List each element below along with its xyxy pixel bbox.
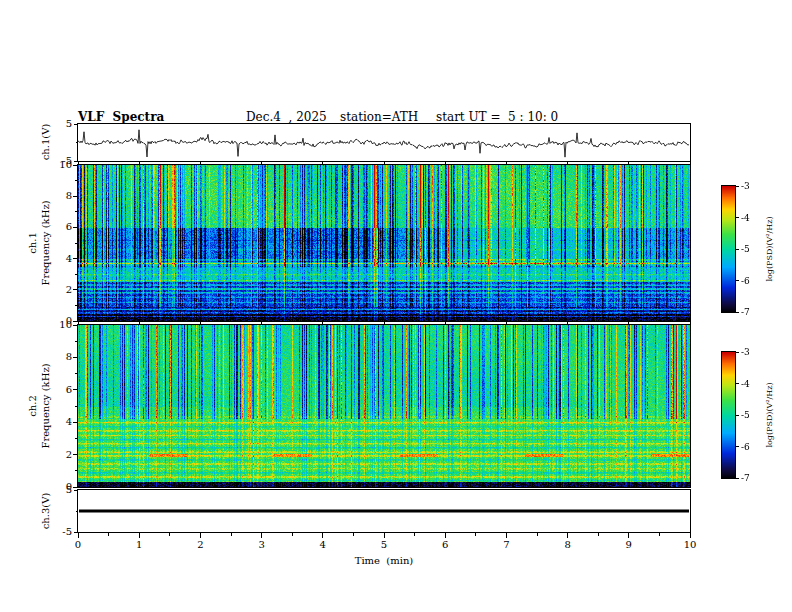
colorbar-tick-label: -5 xyxy=(741,244,767,254)
freq-tick-label: 8 xyxy=(44,351,72,363)
freq-tick-label: 6 xyxy=(44,221,72,233)
figure-title: VLF Spectra xyxy=(78,110,164,124)
freq-tick-label: 4 xyxy=(44,253,72,265)
x-axis-tick xyxy=(139,162,140,164)
x-axis-tick xyxy=(200,162,201,164)
x-axis-tick xyxy=(414,533,415,536)
x-axis-tick xyxy=(475,533,476,536)
ch1-spec-channel-label: ch.1 xyxy=(27,173,39,313)
wave-tick-label: -5 xyxy=(44,526,72,538)
x-axis-tick xyxy=(261,533,262,538)
x-axis-tick xyxy=(200,533,201,538)
start-ut-label: start UT = 5 : 10: 0 xyxy=(436,110,558,124)
colorbar-tick xyxy=(736,280,739,281)
x-axis-tick xyxy=(690,322,691,324)
x-axis-tick xyxy=(506,533,507,538)
vlf-spectra-figure: VLF Spectra Dec.4 , 2025 station=ATH sta… xyxy=(0,0,792,612)
figure-date: Dec.4 , 2025 xyxy=(246,110,327,124)
x-axis-tick xyxy=(322,322,323,324)
colorbar-tick-label: -6 xyxy=(741,442,767,452)
x-axis-tick xyxy=(445,162,446,164)
x-axis-tick xyxy=(690,162,691,164)
freq-tick-label: 2 xyxy=(44,449,72,461)
freq-axis-tick xyxy=(75,406,78,407)
x-axis-tick xyxy=(567,322,568,324)
x-axis-tick xyxy=(322,162,323,164)
x-axis-tick xyxy=(292,533,293,536)
x-axis-tick xyxy=(108,533,109,536)
colorbar-2 xyxy=(722,352,735,478)
freq-axis-tick xyxy=(73,389,78,390)
ch2-spectrogram-panel xyxy=(77,324,691,488)
colorbar-tick-label: -4 xyxy=(741,379,767,389)
ch1-waveform-plot xyxy=(78,124,690,161)
freq-tick-label: 6 xyxy=(44,384,72,396)
colorbar-1-panel xyxy=(721,185,736,313)
colorbar-tick xyxy=(736,186,739,187)
ch3-waveform-panel xyxy=(77,489,691,533)
wave-tick-label: 5 xyxy=(44,118,72,130)
colorbar-tick xyxy=(736,415,739,416)
x-axis-tick xyxy=(628,162,629,164)
colorbar-tick xyxy=(736,217,739,218)
freq-tick-label: 2 xyxy=(44,284,72,296)
colorbar-tick xyxy=(736,249,739,250)
colorbar-tick xyxy=(736,478,739,479)
x-tick-label: 3 xyxy=(252,539,272,551)
freq-axis-tick xyxy=(75,180,78,181)
wave-axis-tick xyxy=(74,161,78,162)
freq-axis-tick xyxy=(75,373,78,374)
freq-axis-tick xyxy=(73,258,78,259)
wave-tick-label: -5 xyxy=(44,155,72,167)
wave-axis-tick xyxy=(74,532,78,533)
x-tick-label: 7 xyxy=(496,539,516,551)
colorbar-tick xyxy=(736,446,739,447)
x-axis-tick xyxy=(78,533,79,538)
freq-axis-tick xyxy=(75,470,78,471)
x-axis-tick xyxy=(567,162,568,164)
x-axis-tick xyxy=(353,533,354,536)
colorbar-tick-label: -7 xyxy=(741,473,767,483)
freq-axis-tick xyxy=(73,321,78,322)
freq-axis-tick xyxy=(73,454,78,455)
colorbar-tick-label: -4 xyxy=(741,213,767,223)
x-axis-tick xyxy=(384,162,385,164)
ch1-waveform-panel xyxy=(77,123,691,162)
x-axis-tick xyxy=(690,533,691,538)
colorbar-tick-label: -3 xyxy=(741,347,767,357)
x-tick-label: 0 xyxy=(68,539,88,551)
ch3-wave-ylabel: ch.3(V) xyxy=(40,441,52,581)
colorbar-tick xyxy=(736,312,739,313)
ch2-spectrogram xyxy=(78,325,690,487)
station-label: station=ATH xyxy=(340,110,418,124)
freq-axis-tick xyxy=(73,422,78,423)
ch3-waveform-plot xyxy=(78,490,690,532)
x-axis-tick xyxy=(659,533,660,536)
x-axis-tick xyxy=(231,533,232,536)
colorbar-tick xyxy=(736,383,739,384)
x-axis-tick xyxy=(628,322,629,324)
wave-axis-tick xyxy=(76,511,78,512)
x-axis-tick xyxy=(384,533,385,538)
freq-axis-tick xyxy=(75,243,78,244)
freq-axis-tick xyxy=(73,165,78,166)
x-axis-title: Time (min) xyxy=(334,555,434,567)
wave-axis-tick xyxy=(74,490,78,491)
freq-axis-tick xyxy=(73,325,78,326)
wave-tick-label: 5 xyxy=(44,484,72,496)
x-axis-tick xyxy=(537,533,538,536)
x-axis-tick xyxy=(139,533,140,538)
colorbar-tick-label: -7 xyxy=(741,307,767,317)
x-axis-tick xyxy=(169,533,170,536)
x-tick-label: 2 xyxy=(190,539,210,551)
colorbar-2-panel xyxy=(721,351,736,479)
freq-axis-tick xyxy=(75,211,78,212)
x-tick-label: 4 xyxy=(313,539,333,551)
x-axis-tick xyxy=(628,533,629,538)
freq-axis-tick xyxy=(73,357,78,358)
x-axis-tick xyxy=(322,533,323,538)
x-tick-label: 8 xyxy=(558,539,578,551)
x-axis-tick xyxy=(506,162,507,164)
x-axis-tick xyxy=(445,322,446,324)
x-axis-tick xyxy=(261,322,262,324)
